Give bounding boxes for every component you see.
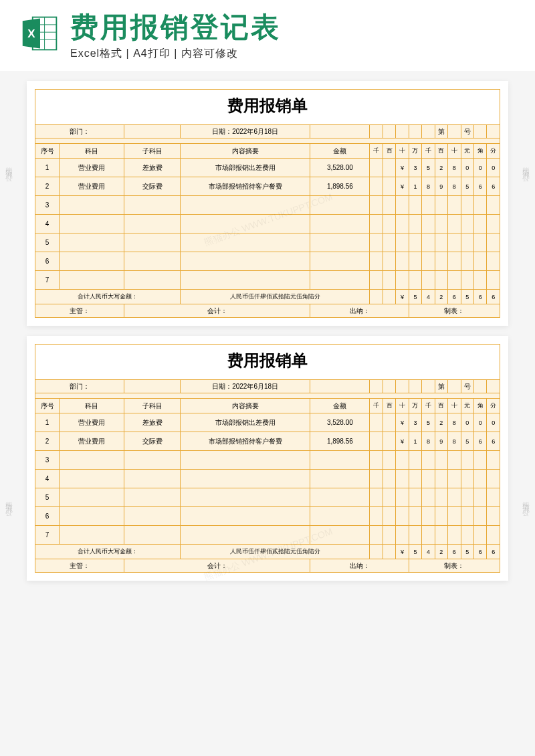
cell-digit	[435, 196, 447, 215]
cell-digit	[409, 526, 421, 545]
digit-h: 百	[435, 399, 447, 413]
total-digit: 2	[435, 545, 447, 559]
cell-seq: 6	[35, 252, 60, 271]
cell-desc	[180, 488, 310, 507]
total-digit: 4	[422, 290, 435, 304]
cell-subsubject: 交际费	[124, 177, 180, 196]
blank	[310, 380, 370, 393]
col-seq: 序号	[35, 144, 60, 159]
cell-digit: 0	[473, 159, 486, 177]
total-label: 合计人民币大写金额：	[35, 545, 181, 559]
cell-desc	[180, 470, 310, 488]
total-label: 合计人民币大写金额：	[35, 290, 181, 304]
cell-digit	[422, 507, 435, 526]
cell-digit: 0	[461, 159, 473, 177]
cell-digit	[396, 196, 409, 215]
cell-digit	[487, 526, 500, 545]
cell-seq: 5	[35, 488, 60, 507]
cell-digit	[383, 159, 395, 177]
table-row: 6	[35, 252, 500, 271]
cell-digit: ¥	[396, 432, 409, 451]
cell-subsubject	[124, 488, 180, 507]
cell-digit	[461, 233, 473, 252]
cell-digit	[409, 252, 421, 271]
preparer-label: 制表：	[409, 304, 500, 318]
cell-digit	[435, 451, 447, 470]
dept-value	[124, 125, 180, 138]
cell-digit	[461, 271, 473, 290]
table-row: 6	[35, 507, 500, 526]
cell-digit	[370, 526, 383, 545]
cell-digit	[370, 507, 383, 526]
digit-h: 万	[409, 399, 421, 413]
cell-digit	[487, 215, 500, 233]
cell-digit: 5	[422, 413, 435, 432]
form-title: 费用报销单	[35, 344, 500, 379]
table-row: 2营业费用交际费市场部报销招待客户餐费1,898.56¥1898566	[35, 177, 500, 196]
cell-subsubject	[124, 470, 180, 488]
cell-digit	[409, 271, 421, 290]
cell-digit: 8	[422, 432, 435, 451]
col-amount: 金额	[310, 399, 370, 413]
cell-seq: 2	[35, 432, 60, 451]
cell-digit: 2	[435, 413, 447, 432]
cell-digit	[473, 526, 486, 545]
table-row: 4	[35, 215, 500, 233]
total-digit	[383, 290, 395, 304]
cell-digit	[473, 252, 486, 271]
cell-digit	[422, 252, 435, 271]
cell-desc	[180, 215, 310, 233]
cell-desc	[180, 451, 310, 470]
cell-digit	[370, 159, 383, 177]
page-subtitle: Excel格式 | A4打印 | 内容可修改	[70, 47, 515, 61]
total-digit: ¥	[396, 545, 409, 559]
cell-digit: 5	[461, 432, 473, 451]
expense-form-1: 费用报销单 部门： 日期：2022年6月18日 第 号 序号 科目 子科目 内容…	[27, 81, 508, 326]
cell-amount	[310, 233, 370, 252]
cell-desc	[180, 196, 310, 215]
cell-digit	[383, 215, 395, 233]
watermark-right: 熊猫办公	[521, 161, 531, 171]
total-digit: 5	[461, 545, 473, 559]
cell-digit	[435, 488, 447, 507]
cell-subsubject: 交际费	[124, 432, 180, 451]
cell-digit	[383, 451, 395, 470]
cell-digit	[409, 507, 421, 526]
cell-digit	[448, 196, 461, 215]
cell-digit	[396, 215, 409, 233]
cell-digit: 8	[448, 413, 461, 432]
table-row: 4	[35, 470, 500, 488]
cell-digit: 8	[448, 177, 461, 196]
cell-digit	[422, 470, 435, 488]
svg-text:X: X	[27, 27, 35, 40]
total-digit: 6	[487, 545, 500, 559]
cell-digit	[487, 196, 500, 215]
cell-digit: 5	[422, 159, 435, 177]
cell-digit	[487, 507, 500, 526]
cell-digit	[409, 215, 421, 233]
total-digit: 6	[448, 290, 461, 304]
cell-digit: ¥	[396, 177, 409, 196]
total-digit	[370, 545, 383, 559]
table-row: 2营业费用交际费市场部报销招待客户餐费1,898.56¥1898566	[35, 432, 500, 451]
cell-digit	[370, 271, 383, 290]
seq-prefix: 第	[435, 380, 447, 393]
cell-digit	[370, 451, 383, 470]
seq-prefix: 第	[435, 125, 447, 138]
cell-digit	[487, 488, 500, 507]
table-row: 7	[35, 271, 500, 290]
cell-digit	[409, 451, 421, 470]
cell-amount	[310, 451, 370, 470]
cell-amount	[310, 271, 370, 290]
cell-digit: 0	[487, 159, 500, 177]
cell-amount	[310, 470, 370, 488]
digit-h: 十	[448, 144, 461, 159]
col-desc: 内容摘要	[180, 144, 310, 159]
cell-seq: 3	[35, 196, 60, 215]
cell-desc: 市场部报销招待客户餐费	[180, 177, 310, 196]
cell-digit: 3	[409, 159, 421, 177]
cell-subsubject	[124, 196, 180, 215]
digit-h: 百	[435, 144, 447, 159]
seq-suffix: 号	[461, 380, 473, 393]
table-row: 3	[35, 451, 500, 470]
